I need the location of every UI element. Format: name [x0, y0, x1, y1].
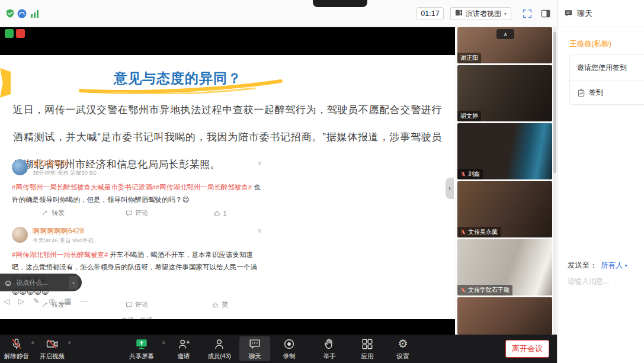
- chat-button[interactable]: 聊天: [239, 336, 270, 361]
- comment-icon: [126, 301, 133, 309]
- security-shield-icon[interactable]: [5, 8, 15, 21]
- raise-hand-icon: [323, 338, 336, 351]
- settings-label: 设置: [397, 352, 409, 361]
- apps-grid-icon: [361, 338, 374, 351]
- avatar: [12, 227, 28, 243]
- record-icon: [283, 338, 296, 351]
- thumb-up-icon: [214, 210, 221, 217]
- share-icon: [42, 210, 49, 217]
- chat-label: 聊天: [249, 352, 261, 361]
- chevron-left-icon: ‹: [69, 276, 78, 289]
- comment-action: 评论: [95, 208, 179, 217]
- caret-down-icon: ▾: [625, 263, 627, 268]
- like-action: 赞: [178, 300, 262, 309]
- like-action: 1: [178, 208, 262, 217]
- members-label: 成员(43): [207, 352, 231, 361]
- comment-label: 评论: [135, 208, 148, 217]
- start-video-button[interactable]: 开启视频 ∧: [36, 336, 69, 361]
- members-button[interactable]: 成员(43): [201, 336, 237, 361]
- participant-name: 谢正阳: [460, 54, 478, 62]
- raise-hand-button[interactable]: 举手: [313, 336, 346, 361]
- post-author: 夏日海湾: [33, 159, 61, 168]
- layout-toggle-icon[interactable]: [540, 8, 551, 21]
- speaker-view-icon: [455, 9, 463, 18]
- shared-tab-icon-green: [5, 29, 14, 38]
- chat-bubble-icon: [564, 9, 573, 18]
- participant-video[interactable]: 文传吴永薁: [457, 181, 552, 237]
- strip-scroll-up-button[interactable]: ∧: [496, 29, 514, 39]
- participant-video[interactable]: 胡文婷: [457, 65, 552, 121]
- unmute-button[interactable]: 解除静音 ∧: [1, 336, 32, 361]
- post-author: 啊啊啊啊啊6428: [33, 227, 94, 235]
- invite-person-icon: [177, 338, 190, 351]
- collapsed-control-bar[interactable]: [313, 0, 367, 7]
- chat-icon: [248, 338, 261, 351]
- shared-screen: 意见与态度的异同？ 近日，网传一武汉交警在鄂州市异地执法过程中查获一起醉驾行为，…: [0, 27, 455, 335]
- network-signal-icon[interactable]: [30, 9, 40, 21]
- post-meta: 35分钟前 来自 荣耀30 5G: [33, 169, 97, 177]
- comment-action: 评论: [95, 300, 179, 309]
- participant-name: 文传吴永薁: [468, 228, 498, 236]
- camera-off-icon: [46, 338, 59, 351]
- shared-tab-icon-red: [16, 29, 25, 38]
- share-screen-button[interactable]: 共享屏幕 ∧: [120, 336, 163, 361]
- protection-icon[interactable]: [17, 8, 27, 21]
- mic-muted-icon: [460, 171, 466, 177]
- apps-button[interactable]: 应用: [351, 336, 384, 361]
- chat-sender: 王薇薇(私聊): [569, 39, 611, 49]
- share-action: 转发: [12, 208, 95, 217]
- weibo-posts: 夏日海湾😍 35分钟前 来自 荣耀30 5G ∨ #网传鄂州一局长醉驾被查大喊是…: [12, 159, 262, 319]
- chevron-up-icon: ∧: [504, 31, 508, 37]
- meeting-window: 01:17 演讲者视图 ▾ 意见与态度的异同？ 近日，网传一武汉交警在鄂州市异地…: [0, 0, 644, 363]
- send-to-label: 发送至：: [568, 261, 597, 271]
- danmaku-input-pill: ☺ 说点什么... ‹: [0, 274, 82, 291]
- annotate-pencil-icon: ✎: [33, 297, 40, 306]
- share-screen-icon: [134, 338, 149, 351]
- video-options-chevron-icon[interactable]: ∧: [68, 340, 71, 345]
- caret-down-icon: ▾: [504, 11, 507, 17]
- mic-options-chevron-icon[interactable]: ∧: [31, 340, 34, 345]
- chevron-right-icon: ›: [448, 184, 451, 192]
- smiley-icon: ☺: [4, 278, 12, 288]
- invite-label: 邀请: [178, 352, 190, 361]
- record-button[interactable]: 录制: [274, 336, 305, 361]
- fullscreen-icon[interactable]: [522, 8, 533, 21]
- participant-video[interactable]: 文传学院石子璐: [457, 239, 552, 295]
- meeting-timer: 01:17: [416, 7, 444, 20]
- chat-header: 聊天: [558, 0, 644, 27]
- leave-meeting-label: 离开会议: [512, 343, 543, 354]
- avatar: [12, 159, 28, 175]
- post-hashtags: #网传鄂州一局长醉驾被查大喊是市委书记派酒##网传湖北鄂州一局长醉驾被查#: [12, 184, 252, 191]
- send-to-selector[interactable]: 所有人 ▾: [601, 261, 627, 271]
- slide-prev-icon: ◁: [4, 297, 9, 306]
- chat-message: 邀请您使用签到: [570, 55, 644, 81]
- send-to-row: 发送至： 所有人 ▾: [568, 261, 627, 271]
- leave-meeting-button[interactable]: 离开会议: [505, 340, 549, 358]
- unmute-label: 解除静音: [4, 352, 29, 361]
- more-tools-icon: ⋯: [81, 297, 88, 306]
- strip-scrollbar[interactable]: [553, 27, 556, 335]
- share-options-chevron-icon[interactable]: ∧: [162, 340, 165, 345]
- members-icon: [213, 338, 226, 351]
- invite-button[interactable]: 邀请: [168, 336, 199, 361]
- video-strip-collapse-handle[interactable]: ›: [446, 178, 454, 199]
- participant-video[interactable]: 刘鑫: [457, 123, 552, 179]
- post-meta: 今天08:46 来自 vivo手机: [33, 237, 94, 245]
- view-mode-selector[interactable]: 演讲者视图 ▾: [450, 7, 511, 20]
- bottom-toolbar: 解除静音 ∧ 开启视频 ∧ 共享屏幕 ∧ 邀请 成员(43) 聊天 录制: [0, 335, 557, 363]
- apps-label: 应用: [361, 352, 374, 361]
- signin-button[interactable]: 签到: [570, 81, 644, 104]
- share-screen-label: 共享屏幕: [129, 352, 154, 361]
- participant-name: 文传学院石子璐: [468, 286, 510, 294]
- mic-muted-icon: [460, 287, 466, 293]
- view-mode-label: 演讲者视图: [466, 9, 501, 19]
- participant-video[interactable]: [457, 297, 552, 335]
- meeting-timer-value: 01:17: [421, 9, 439, 18]
- chat-message-input[interactable]: [568, 277, 640, 285]
- signin-card: 邀请您使用签到 签到: [569, 54, 644, 105]
- strip-scrollbar-thumb[interactable]: [553, 32, 556, 173]
- post-source: 来源：微博: [12, 316, 262, 319]
- settings-button[interactable]: ⚙ 设置: [386, 336, 419, 361]
- video-strip: ∧ 谢正阳 胡文婷 刘鑫 文传吴永薁 文传学院石子璐: [455, 27, 557, 335]
- microphone-muted-icon: [10, 338, 23, 351]
